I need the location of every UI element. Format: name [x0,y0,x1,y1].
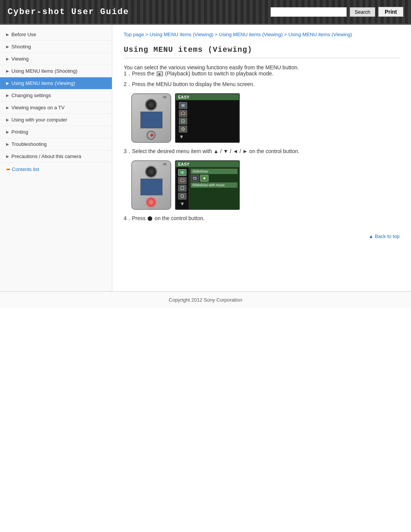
svg-point-2 [182,172,183,173]
site-header: Cyber-shot User Guide Search Print [0,0,411,25]
content-area: Top page > Using MENU items (Viewing) > … [112,25,411,291]
header-controls: Search Print [271,7,403,17]
sidebar-item-label: Using MENU items (Shooting) [11,68,77,74]
footer: Copyright 2012 Sony Corporation [0,291,411,308]
arrow-icon: ▶ [6,81,9,85]
camera-illustration-1: EASY [131,93,400,143]
site-title: Cyber-shot User Guide [8,7,129,17]
breadcrumb: Top page > Using MENU items (Viewing) > … [124,31,400,38]
sidebar-item-label: Printing [11,129,28,135]
sidebar-item-viewing-tv[interactable]: ▶ Viewing images on a TV [0,102,112,114]
arrow-icon: ▶ [6,32,9,37]
step-4-text: 4．Press on the control button. [124,215,205,221]
sidebar-item-viewing[interactable]: ▶ Viewing [0,53,112,65]
back-to-top-link[interactable]: ▲ Back to top [124,233,400,239]
search-button[interactable]: Search [350,7,375,17]
breadcrumb-menu-viewing-2[interactable]: Using MENU items (Viewing) [219,32,283,37]
sidebar-item-label: Troubleshooting [11,141,47,147]
arrow-icon: ▶ [6,118,9,122]
step-1-text: 1．Press the ▶ (Playback) button to switc… [124,70,274,77]
sidebar-item-label: Before Use [11,32,36,37]
svg-point-4 [204,177,206,179]
sidebar-item-menu-shooting[interactable]: ▶ Using MENU items (Shooting) [0,65,112,77]
arrow-icon: ▶ [6,142,9,146]
arrow-icon: ▶ [6,45,9,49]
playback-icon: ▶ [157,72,163,76]
copyright-text: Copyright 2012 Sony Corporation [169,297,242,303]
sidebar-item-menu-viewing[interactable]: ▶ Using MENU items (Viewing) [0,77,112,89]
sidebar-item-label: Viewing images on a TV [11,105,65,110]
sidebar-item-printing[interactable]: ▶ Printing [0,126,112,138]
sidebar-item-shooting[interactable]: ▶ Shooting [0,41,112,53]
arrow-icon: ▶ [6,57,9,61]
arrow-icon: ▶ [6,69,9,73]
print-button[interactable]: Print [378,7,403,17]
arrow-icon: ▶ [6,130,9,134]
sidebar-item-label: Viewing [11,56,29,62]
breadcrumb-menu-viewing-1[interactable]: Using MENU items (Viewing) [150,32,213,37]
search-input[interactable] [271,7,347,17]
camera-illustration-2: EASY [131,160,400,210]
step-3-text: 3．Select the desired menu item with ▲ / … [124,148,299,154]
step-4: 4．Press on the control button. [124,215,400,222]
contents-link-label: Contents list [12,166,39,172]
sidebar-item-label: Using with your computer [11,117,67,123]
page-title: Using MENU items (Viewing) [124,45,400,58]
svg-point-0 [182,105,184,106]
sidebar-item-troubleshooting[interactable]: ▶ Troubleshooting [0,138,112,150]
sidebar-item-computer[interactable]: ▶ Using with your computer [0,114,112,126]
step-2: 2．Press the MENU button to display the M… [124,81,400,88]
page-intro: You can select the various viewing funct… [124,64,400,70]
center-button-icon [148,216,152,221]
arrow-icon: ▶ [6,93,9,97]
main-container: ▶ Before Use ▶ Shooting ▶ Viewing ▶ Usin… [0,25,411,291]
sidebar: ▶ Before Use ▶ Shooting ▶ Viewing ▶ Usin… [0,25,112,291]
svg-point-3 [181,195,184,198]
sidebar-item-label: Using MENU items (Viewing) [11,80,75,86]
sidebar-item-changing-settings[interactable]: ▶ Changing settings [0,89,112,102]
arrow-right-icon: ➡ [6,166,10,172]
breadcrumb-top[interactable]: Top page [124,32,144,37]
sidebar-item-label: Shooting [11,44,31,50]
step-1: 1．Press the ▶ (Playback) button to switc… [124,70,400,77]
step-3: 3．Select the desired menu item with ▲ / … [124,148,400,155]
sidebar-item-before-use[interactable]: ▶ Before Use [0,29,112,41]
arrow-icon: ▶ [6,154,9,158]
step-2-text: 2．Press the MENU button to display the M… [124,81,255,87]
breadcrumb-current: Using MENU items (Viewing) [288,32,352,37]
sidebar-item-label: Precautions / About this camera [11,153,81,159]
arrow-icon: ▶ [6,105,9,110]
contents-list-link[interactable]: ➡ Contents list [0,163,112,176]
sidebar-item-label: Changing settings [11,93,51,98]
sidebar-item-precautions[interactable]: ▶ Precautions / About this camera [0,150,112,163]
